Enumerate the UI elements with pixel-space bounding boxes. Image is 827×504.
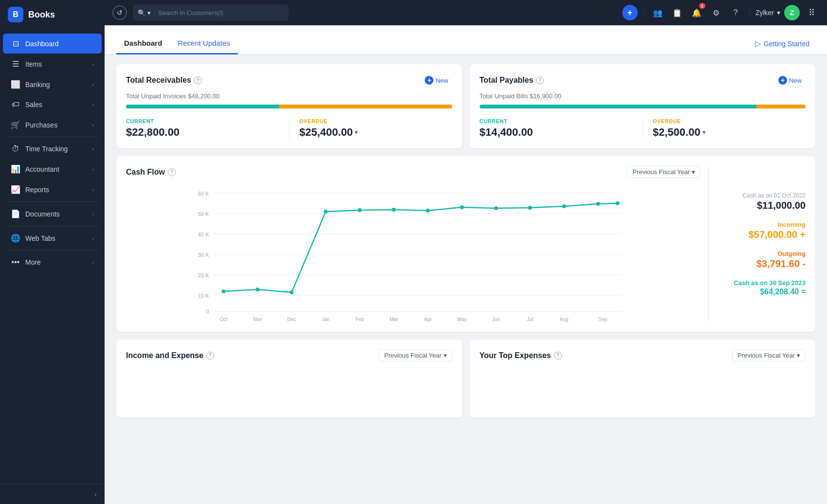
user-menu[interactable]: Zylker ▾ [755, 9, 780, 17]
tasks-button[interactable]: 📋 [669, 5, 685, 20]
sidebar-item-dashboard[interactable]: ⊡ Dashboard [3, 34, 102, 54]
current-value: $14,400.00 [480, 126, 643, 139]
cashflow-main: Cash Flow ? Previous Fiscal Year ▾ 60 K … [126, 166, 701, 322]
grid-menu-button[interactable]: ⠿ [804, 5, 819, 20]
search-icon: 🔍 [138, 9, 145, 17]
receivables-header: Total Receivables ? + New [126, 74, 452, 87]
cash-end-value: $64,208.40 = [713, 288, 806, 296]
svg-text:Nov: Nov [253, 317, 262, 322]
period-chevron-icon: ▾ [797, 352, 800, 359]
sidebar: B Books ⊡ Dashboard ☰ Items › ⬜ Banking … [0, 0, 105, 504]
svg-point-24 [562, 204, 566, 208]
svg-text:20 K: 20 K [198, 272, 209, 278]
svg-point-23 [528, 206, 532, 210]
svg-point-18 [358, 208, 362, 212]
svg-text:Aug: Aug [560, 317, 569, 322]
sidebar-item-sales[interactable]: 🏷 Sales › [3, 95, 102, 114]
receivables-info-icon[interactable]: ? [194, 76, 202, 84]
sidebar-item-label: Reports [25, 186, 49, 194]
overdue-chevron-icon[interactable]: ▾ [702, 129, 705, 136]
help-button[interactable]: ? [728, 5, 743, 20]
add-new-button[interactable]: + [622, 5, 638, 20]
income-expense-period-select[interactable]: Previous Fiscal Year ▾ [379, 349, 452, 361]
income-expense-title: Income and Expense ? [126, 351, 214, 360]
search-filter-dropdown[interactable]: 🔍 ▾ [138, 9, 155, 17]
svg-point-20 [426, 209, 430, 213]
recent-activity-button[interactable]: ↺ [112, 5, 127, 20]
sidebar-item-label: Accountant [25, 165, 59, 173]
period-chevron-icon: ▾ [692, 168, 695, 176]
main-area: ↺ 🔍 ▾ + 👥 📋 🔔 1 ⚙ ? Zylker ▾ [105, 0, 827, 504]
banking-icon: ⬜ [11, 80, 20, 89]
settings-button[interactable]: ⚙ [708, 5, 724, 20]
notification-count: 1 [699, 3, 705, 9]
sidebar-item-label: Documents [25, 210, 60, 218]
overdue-label: OVERDUE [653, 118, 806, 124]
avatar[interactable]: Z [784, 5, 800, 20]
app-logo: B [8, 7, 23, 22]
overdue-amount-section: OVERDUE $25,400.00 ▾ [289, 118, 452, 139]
search-input[interactable] [158, 9, 284, 17]
receivables-new-button[interactable]: + New [421, 74, 452, 87]
cash-start-label: Cash as on 01 Oct 2022 [713, 192, 806, 199]
top-expenses-card: Your Top Expenses ? Previous Fiscal Year… [470, 340, 816, 417]
collapse-sidebar-button[interactable]: ‹ [94, 490, 97, 498]
sidebar-item-purchases[interactable]: 🛒 Purchases › [3, 115, 102, 135]
sidebar-item-items[interactable]: ☰ Items › [3, 54, 102, 74]
chevron-right-icon: › [92, 166, 94, 172]
cashflow-card: Cash Flow ? Previous Fiscal Year ▾ 60 K … [116, 156, 815, 332]
svg-point-16 [290, 290, 294, 294]
incoming-label: Incoming [713, 221, 806, 228]
payables-new-button[interactable]: + New [774, 74, 806, 87]
svg-text:Jun: Jun [492, 317, 500, 322]
payables-amounts: CURRENT $14,400.00 OVERDUE $2,500.00 ▾ [480, 118, 806, 139]
top-expenses-period-select[interactable]: Previous Fiscal Year ▾ [732, 349, 806, 361]
chevron-right-icon: › [92, 259, 94, 265]
sidebar-item-banking[interactable]: ⬜ Banking › [3, 74, 102, 94]
top-expenses-info-icon[interactable]: ? [554, 352, 562, 360]
current-value: $22,800.00 [126, 126, 289, 139]
sidebar-header: B Books [0, 0, 105, 29]
sidebar-item-web-tabs[interactable]: 🌐 Web Tabs › [3, 228, 102, 248]
overdue-chevron-icon[interactable]: ▾ [355, 129, 358, 136]
svg-text:60 K: 60 K [198, 191, 209, 197]
svg-point-26 [616, 201, 620, 205]
tab-dashboard[interactable]: Dashboard [116, 33, 170, 54]
svg-text:50 K: 50 K [198, 211, 209, 217]
tab-recent-updates[interactable]: Recent Updates [170, 33, 238, 54]
outgoing-value: $3,791.60 - [713, 258, 806, 270]
getting-started-button[interactable]: ▷ Getting Started [749, 35, 815, 52]
overdue-segment [279, 105, 452, 108]
sidebar-item-label: Sales [25, 101, 42, 108]
cash-end-label: Cash as on 30 Sep 2023 [713, 279, 806, 287]
contacts-button[interactable]: 👥 [650, 5, 665, 20]
svg-text:Jul: Jul [527, 317, 533, 322]
income-expense-info-icon[interactable]: ? [206, 352, 214, 360]
sidebar-item-documents[interactable]: 📄 Documents › [3, 204, 102, 224]
svg-text:Feb: Feb [356, 317, 364, 322]
chevron-right-icon: › [92, 122, 94, 128]
chevron-right-icon: › [92, 82, 94, 88]
chevron-right-icon: › [92, 211, 94, 217]
svg-text:Sep: Sep [599, 317, 608, 322]
payables-info-icon[interactable]: ? [536, 76, 544, 84]
items-icon: ☰ [11, 59, 20, 69]
cashflow-title: Cash Flow ? [126, 168, 176, 177]
svg-text:Apr: Apr [424, 317, 432, 322]
sidebar-item-accountant[interactable]: 📊 Accountant › [3, 159, 102, 179]
current-label: CURRENT [480, 118, 643, 124]
cash-as-on-end: Cash as on 30 Sep 2023 $64,208.40 = [713, 279, 806, 296]
sidebar-item-more[interactable]: ••• More › [3, 252, 102, 272]
chevron-right-icon: › [92, 187, 94, 193]
sidebar-item-reports[interactable]: 📈 Reports › [3, 180, 102, 199]
reports-icon: 📈 [11, 185, 20, 194]
outgoing-label: Outgoing [713, 250, 806, 257]
sidebar-item-time-tracking[interactable]: ⏱ Time Tracking › [3, 139, 102, 159]
notifications-button[interactable]: 🔔 1 [689, 5, 704, 20]
svg-text:0: 0 [206, 308, 209, 314]
cashflow-info-icon[interactable]: ? [168, 168, 176, 176]
svg-point-15 [256, 288, 260, 291]
cashflow-period-select[interactable]: Previous Fiscal Year ▾ [627, 166, 701, 178]
topbar-header: ↺ 🔍 ▾ + 👥 📋 🔔 1 ⚙ ? Zylker ▾ [105, 0, 827, 25]
separator [644, 7, 644, 18]
